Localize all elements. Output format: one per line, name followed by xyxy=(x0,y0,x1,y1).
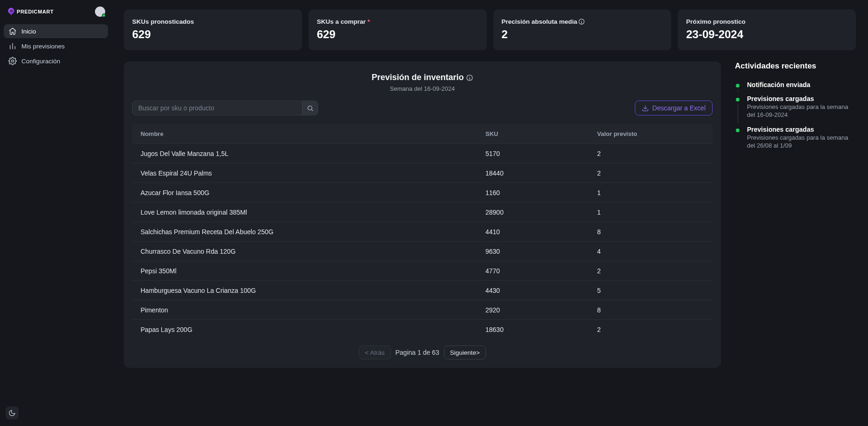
cell-value: 4 xyxy=(597,248,704,255)
bars-icon xyxy=(8,42,17,50)
col-name[interactable]: Nombre xyxy=(141,130,485,137)
search-icon xyxy=(307,105,314,112)
cell-sku: 4430 xyxy=(485,287,597,294)
cell-value: 2 xyxy=(597,150,704,157)
kpi-value: 2 xyxy=(502,28,663,41)
moon-icon xyxy=(8,409,16,417)
page-label: Pagina 1 de 63 xyxy=(396,349,439,356)
sidebar-item-label: Mis previsiones xyxy=(21,43,65,50)
activity-title: Previsiones cargadas xyxy=(747,126,856,133)
inventory-table: Nombre SKU Valor previsto Jugos Del Vall… xyxy=(132,124,713,339)
content-row: Previsión de inventario Semana del 16-09… xyxy=(124,61,856,368)
download-icon xyxy=(642,105,649,112)
table-row[interactable]: Pepsi 350Ml47702 xyxy=(132,261,713,280)
table-row[interactable]: Azucar Flor Iansa 500G11601 xyxy=(132,183,713,202)
kpi-row: SKUs pronosticados 629 SKUs a comprar * … xyxy=(124,9,856,50)
info-icon[interactable] xyxy=(466,74,473,81)
status-dot-icon xyxy=(736,128,740,132)
kpi-skus-pronosticados: SKUs pronosticados 629 xyxy=(124,9,302,50)
cell-name: Jugos Del Valle Manzana 1,5L xyxy=(141,150,485,157)
activities-panel: Actividades recientes Notificación envia… xyxy=(735,61,856,368)
thread-line-icon xyxy=(738,89,738,92)
panel-title: Previsión de inventario xyxy=(371,73,473,82)
panel-header: Previsión de inventario Semana del 16-09… xyxy=(132,73,713,92)
home-icon xyxy=(8,27,17,35)
col-sku[interactable]: SKU xyxy=(485,130,597,137)
prev-page-button[interactable]: < Atrás xyxy=(359,345,390,359)
sidebar-item-label: Inicio xyxy=(21,28,36,35)
activity-item[interactable]: Previsiones cargadasPrevisiones cargadas… xyxy=(735,126,856,150)
table-row[interactable]: Love Lemon limonada original 385Ml289001 xyxy=(132,202,713,222)
cell-sku: 18440 xyxy=(485,169,597,177)
thread-line-icon xyxy=(738,103,738,123)
presence-dot-icon xyxy=(102,14,106,17)
cell-sku: 2920 xyxy=(485,306,597,314)
activity-title: Notificación enviada xyxy=(747,81,856,88)
download-label: Descargar a Excel xyxy=(653,104,706,112)
cell-sku: 4770 xyxy=(485,267,597,275)
kpi-title: SKUs a comprar * xyxy=(317,18,370,25)
cell-name: Pimenton xyxy=(141,306,485,314)
download-excel-button[interactable]: Descargar a Excel xyxy=(635,101,713,115)
col-value[interactable]: Valor previsto xyxy=(597,130,704,137)
cell-sku: 18630 xyxy=(485,326,597,333)
kpi-title: Próximo pronostico xyxy=(686,18,746,25)
kpi-value: 23-09-2024 xyxy=(686,28,848,41)
table-head: Nombre SKU Valor previsto xyxy=(132,124,713,143)
kpi-value: 629 xyxy=(132,28,294,41)
sidebar-item-inicio[interactable]: Inicio xyxy=(4,24,108,38)
cell-sku: 1160 xyxy=(485,189,597,196)
table-row[interactable]: Papas Lays 200G186302 xyxy=(132,319,713,339)
cell-name: Salchichas Premium Receta Del Abuelo 250… xyxy=(141,228,485,236)
cell-name: Papas Lays 200G xyxy=(141,326,485,333)
table-row[interactable]: Pimenton29208 xyxy=(132,300,713,319)
kpi-proximo-pronostico: Próximo pronostico 23-09-2024 xyxy=(678,9,856,50)
next-page-button[interactable]: Siguiente> xyxy=(444,345,486,359)
kpi-skus-comprar: SKUs a comprar * 629 xyxy=(309,9,487,50)
status-dot-icon xyxy=(736,84,740,88)
cell-sku: 4410 xyxy=(485,228,597,236)
cell-name: Churrasco De Vacuno Rda 120G xyxy=(141,248,485,255)
sidebar-nav: Inicio Mis previsiones Configuración xyxy=(4,24,108,68)
activity-item[interactable]: Notificación enviada xyxy=(735,81,856,88)
kpi-precision: Precisión absoluta media 2 xyxy=(493,9,672,50)
search xyxy=(132,101,318,115)
table-row[interactable]: Salchichas Premium Receta Del Abuelo 250… xyxy=(132,222,713,241)
table-row[interactable]: Jugos Del Valle Manzana 1,5L51702 xyxy=(132,143,713,163)
table-row[interactable]: Hamburguesa Vacuno La Crianza 100G44305 xyxy=(132,280,713,300)
search-button[interactable] xyxy=(302,101,318,115)
sidebar-item-previsiones[interactable]: Mis previsiones xyxy=(4,39,108,53)
gear-icon xyxy=(8,57,17,65)
status-dot-icon xyxy=(736,98,740,101)
cell-value: 8 xyxy=(597,228,704,236)
main: SKUs pronosticados 629 SKUs a comprar * … xyxy=(112,0,868,426)
brand-logo-icon xyxy=(7,7,16,16)
cell-sku: 9630 xyxy=(485,248,597,255)
required-asterisk-icon: * xyxy=(368,18,370,25)
svg-point-2 xyxy=(12,60,14,62)
cell-value: 2 xyxy=(597,267,704,275)
theme-toggle-button[interactable] xyxy=(6,406,19,419)
activities-list: Notificación enviadaPrevisiones cargadas… xyxy=(735,81,856,150)
search-input[interactable] xyxy=(133,101,302,115)
cell-value: 1 xyxy=(597,209,704,216)
table-row[interactable]: Velas Espiral 24U Palms184402 xyxy=(132,163,713,183)
cell-value: 5 xyxy=(597,287,704,294)
sidebar-item-configuracion[interactable]: Configuración xyxy=(4,54,108,68)
activities-title: Actividades recientes xyxy=(735,61,856,71)
cell-sku: 5170 xyxy=(485,150,597,157)
sidebar: PREDICMART Inicio Mis previsiones xyxy=(0,0,112,426)
panel-title-text: Previsión de inventario xyxy=(371,73,464,82)
info-icon[interactable] xyxy=(578,18,585,25)
brand[interactable]: PREDICMART xyxy=(7,7,54,16)
kpi-title-text: Precisión absoluta media xyxy=(502,18,578,25)
table-row[interactable]: Churrasco De Vacuno Rda 120G96304 xyxy=(132,241,713,261)
avatar[interactable] xyxy=(95,7,105,17)
inventory-panel: Previsión de inventario Semana del 16-09… xyxy=(124,61,721,368)
kpi-title: SKUs pronosticados xyxy=(132,18,194,25)
panel-toolbar: Descargar a Excel xyxy=(132,101,713,115)
cell-value: 2 xyxy=(597,326,704,333)
activity-item[interactable]: Previsiones cargadasPrevisiones cargadas… xyxy=(735,95,856,119)
svg-rect-1 xyxy=(11,10,11,12)
kpi-value: 629 xyxy=(317,28,478,41)
